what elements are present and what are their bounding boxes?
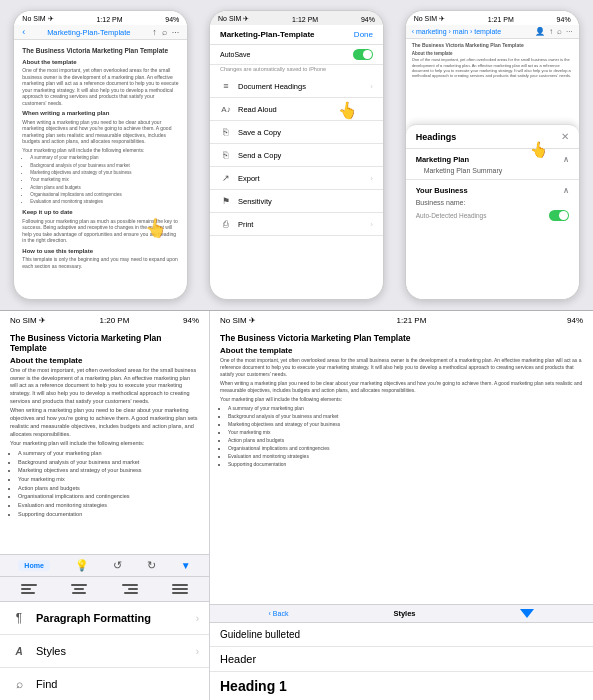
phone1-signal: No SIM ✈ (22, 15, 53, 23)
list-item: Marketing objectives and strategy of you… (18, 467, 199, 475)
style-item-header[interactable]: Header (210, 647, 593, 672)
right-list: A summary of your marketing plan Backgro… (220, 405, 583, 468)
style-item-heading1[interactable]: Heading 1 (210, 672, 593, 700)
left-panel: No SIM ✈ 1:20 PM 94% The Business Victor… (0, 311, 210, 700)
phone3-status-bar: No SIM ✈ 1:21 PM 94% (406, 11, 579, 25)
phone2-menu-save-copy[interactable]: ⎘ Save a Copy (210, 121, 383, 144)
format-center-align-icon[interactable] (65, 580, 93, 598)
phone1-section4-title: Keep it up to date (22, 208, 179, 216)
left-doc-body: One of the most important, yet often ove… (10, 367, 199, 518)
phone3-close-button[interactable]: ✕ (561, 131, 569, 142)
phone1-doc-title: Marketing-Plan-Template (47, 28, 130, 37)
list-item: Action plans and budgets (228, 437, 583, 444)
phone2-menu-sensitivity[interactable]: ⚑ Sensitivity (210, 190, 383, 213)
right-doc-body: One of the most important, yet often ove… (220, 357, 583, 468)
left-toolbar-row1: Home 💡 ↺ ↻ ▼ (0, 555, 209, 577)
phone3-more-icon[interactable]: ··· (566, 27, 573, 36)
phone1-content: The Business Victoria Marketing Plan Tem… (14, 40, 187, 277)
phone3-share-icon[interactable]: ↑ (549, 27, 553, 36)
phone3-section1-sub: Marketing Plan Summary (416, 166, 569, 175)
list-item: Supporting documentation (228, 461, 583, 468)
left-time: 1:20 PM (100, 316, 130, 325)
phone3-toolbar-icons: 👤 ↑ ⌕ ··· (535, 27, 573, 36)
paragraph-icon: ¶ (10, 609, 28, 627)
phone2-menu-export[interactable]: ↗ Export › (210, 167, 383, 190)
cursor-hand2-icon: 👆 (336, 99, 359, 121)
phone2-menu-send-copy[interactable]: ⎘ Send a Copy (210, 144, 383, 167)
left-home-button[interactable]: Home (18, 560, 49, 571)
phone1-more-icon[interactable]: ··· (172, 27, 180, 37)
phone1-list: A summary of your marketing plan Backgro… (22, 155, 179, 205)
list-item: Evaluation and monitoring strategies (18, 502, 199, 510)
phone1-share-icon[interactable]: ↑ (152, 27, 157, 37)
left-down-arrow-icon[interactable]: ▼ (181, 560, 191, 571)
phone2-time: 1:12 PM (292, 16, 318, 23)
phone1-toolbar-icons: ↑ ⌕ ··· (152, 27, 179, 37)
sidebar-item-styles[interactable]: A Styles › (0, 635, 209, 668)
phone3-doc-preview: The Business Victoria Marketing Plan Tem… (406, 39, 579, 99)
phone2-autosave-toggle[interactable] (353, 49, 373, 60)
cursor-hand-icon: 👆 (144, 215, 169, 240)
style-item-guideline-bulleted[interactable]: Guideline bulleted (210, 623, 593, 647)
phone2-done-button[interactable]: Done (354, 30, 373, 39)
phone2-headings-label: Document Headings (238, 82, 306, 91)
phone3-auto-detected-toggle[interactable] (549, 210, 569, 221)
print-icon: ⎙ (220, 218, 232, 230)
phone2-battery: 94% (361, 16, 375, 23)
format-justify-icon[interactable] (166, 580, 194, 598)
right-styles-list: Guideline bulleted Header Heading 1 (210, 623, 593, 700)
format-left-align-icon[interactable] (15, 580, 43, 598)
paragraph-formatting-label: Paragraph Formatting (36, 612, 188, 624)
phone1-toolbar: ‹ Marketing-Plan-Template ↑ ⌕ ··· (14, 25, 187, 40)
phone3-panel-title: Headings (416, 132, 457, 142)
phone-3: No SIM ✈ 1:21 PM 94% ‹ marketing › main … (405, 10, 580, 300)
right-bottom-toolbar: ‹ Back Styles (210, 604, 593, 623)
bottom-section: No SIM ✈ 1:20 PM 94% The Business Victor… (0, 311, 593, 700)
right-dropdown-icon[interactable] (520, 609, 534, 618)
phone2-autosave-note: Changes are automatically saved to iPhon… (210, 65, 383, 75)
right-toolbar-row1: ‹ Back Styles (210, 605, 593, 623)
phone1-back-icon[interactable]: ‹ (22, 27, 25, 37)
send-copy-icon: ⎘ (220, 149, 232, 161)
save-copy-icon: ⎘ (220, 126, 232, 138)
sidebar-item-paragraph-formatting[interactable]: ¶ Paragraph Formatting › (0, 602, 209, 635)
left-toolbar-row2 (0, 577, 209, 601)
phone1-main-title: The Business Victoria Marketing Plan Tem… (22, 46, 179, 55)
list-item: Action plans and budgets (18, 485, 199, 493)
right-doc-title: The Business Victoria Marketing Plan Tem… (220, 333, 583, 343)
phone3-your-business-section[interactable]: Your Business ∧ Business name: Auto-Dete… (406, 180, 579, 225)
left-redo-icon[interactable]: ↻ (147, 559, 156, 572)
back-chevron-icon: ‹ (268, 610, 270, 617)
right-section1-title: About the template (220, 346, 583, 355)
list-item: Supporting documentation (18, 511, 199, 519)
phone2-menu-header: Marketing-Plan-Template Done (210, 25, 383, 45)
left-lightbulb-icon[interactable]: 💡 (75, 559, 89, 572)
phone2-menu-print[interactable]: ⎙ Print › (210, 213, 383, 236)
format-right-align-icon[interactable] (116, 580, 144, 598)
left-list: A summary of your marketing plan Backgro… (10, 450, 199, 519)
phone2-menu-headings[interactable]: ≡ Document Headings › (210, 75, 383, 98)
left-undo-icon[interactable]: ↺ (113, 559, 122, 572)
right-status-bar: No SIM ✈ 1:21 PM 94% (210, 311, 593, 327)
styles-label: Styles (36, 645, 188, 657)
phone3-back-button[interactable]: ‹ marketing › main › template (412, 28, 501, 35)
right-back-button[interactable]: ‹ Back (268, 610, 288, 617)
left-battery: 94% (183, 316, 199, 325)
phone2-sensitivity-label: Sensitivity (238, 197, 272, 206)
back-label: Back (273, 610, 289, 617)
phone3-signal: No SIM ✈ (414, 15, 445, 23)
phone2-autosave-row: AutoSave (210, 45, 383, 65)
phone2-menu-overlay: Marketing-Plan-Template Done AutoSave Ch… (210, 25, 383, 236)
left-document-content: The Business Victoria Marketing Plan Tem… (0, 327, 209, 554)
chevron-right-icon: › (196, 613, 199, 624)
phone1-search-icon[interactable]: ⌕ (162, 27, 167, 37)
phone3-marketing-section[interactable]: Marketing Plan ∧ Marketing Plan Summary (406, 149, 579, 180)
sidebar-item-find[interactable]: ⌕ Find (0, 668, 209, 700)
phone3-person-icon[interactable]: 👤 (535, 27, 545, 36)
phone3-search-icon[interactable]: ⌕ (557, 27, 562, 36)
phone2-send-copy-label: Send a Copy (238, 151, 281, 160)
list-item: Marketing objectives and strategy of you… (30, 170, 179, 176)
chevron-right-icon: › (370, 82, 373, 91)
list-item: Marketing objectives and strategy of you… (228, 421, 583, 428)
phone3-section2-header: Your Business ∧ (416, 184, 569, 197)
